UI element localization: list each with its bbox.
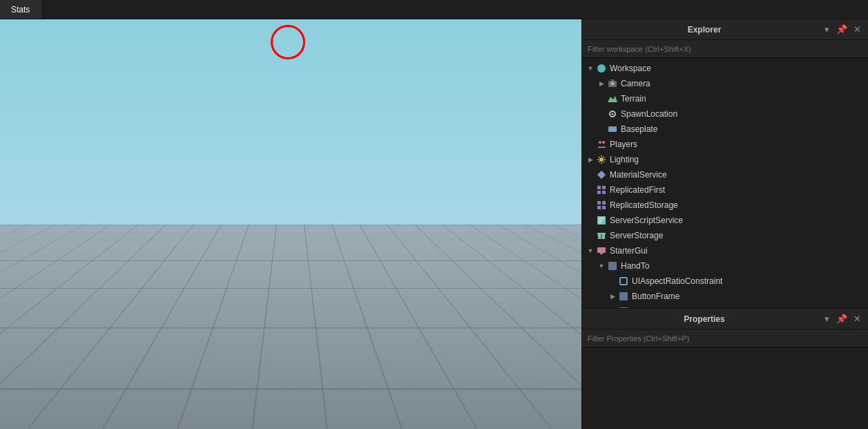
tree-icon-serverstorage — [596, 230, 607, 241]
stats-tab[interactable]: Stats — [0, 0, 41, 19]
tree-icon-players — [596, 139, 607, 150]
explorer-pin-icon[interactable]: 📌 — [836, 24, 847, 35]
svg-rect-26 — [597, 206, 601, 209]
properties-dropdown-icon[interactable]: ▾ — [821, 314, 832, 325]
tree-item-serverscriptservice[interactable]: ServerScriptService — [582, 213, 868, 228]
tree-label-camera: Camera — [621, 79, 650, 88]
svg-rect-36 — [600, 253, 603, 254]
tree-icon-replicatedfirst — [596, 184, 607, 196]
svg-marker-19 — [597, 171, 606, 179]
properties-filter-input[interactable] — [588, 334, 862, 343]
tree-item-players[interactable]: Players — [582, 137, 868, 152]
tree-icon-uiaspect — [618, 276, 629, 287]
explorer-tree[interactable]: WorkspaceCameraTerrainSpawnLocationBasep… — [582, 58, 868, 308]
svg-point-6 — [612, 113, 614, 115]
tree-label-serverscriptservice: ServerScriptService — [610, 216, 683, 225]
properties-close-icon[interactable]: ✕ — [851, 314, 862, 325]
tree-label-workspace: Workspace — [610, 64, 651, 73]
tree-arrow-startergui[interactable] — [585, 245, 596, 256]
svg-point-0 — [597, 64, 606, 73]
explorer-header-icons: ▾ 📌 ✕ — [821, 24, 862, 35]
explorer-close-icon[interactable]: ✕ — [851, 24, 862, 35]
tree-item-lighting[interactable]: Lighting — [582, 152, 868, 167]
main-layout: Explorer ▾ 📌 ✕ WorkspaceCameraTerrainSpa… — [0, 19, 868, 429]
tree-label-baseplate: Baseplate — [621, 124, 657, 134]
svg-rect-23 — [602, 191, 606, 194]
tree-item-workspace[interactable]: Workspace — [582, 61, 868, 76]
tree-item-terrain[interactable]: Terrain — [582, 91, 868, 106]
tree-label-buttonframe: ButtonFrame — [632, 292, 679, 301]
tree-label-spawnlocation: SpawnLocation — [621, 109, 677, 119]
properties-content — [582, 347, 868, 429]
explorer-title: Explorer — [588, 25, 821, 35]
svg-rect-37 — [608, 262, 617, 270]
tree-label-lighting: Lighting — [610, 155, 639, 164]
svg-rect-35 — [597, 247, 606, 253]
tree-label-handto: HandTo — [621, 261, 649, 271]
tree-label-replicatedstorage: ReplicatedStorage — [610, 200, 678, 210]
tree-item-replicatedfirst[interactable]: ReplicatedFirst — [582, 182, 868, 198]
tree-item-baseplate[interactable]: Baseplate — [582, 122, 868, 137]
svg-marker-4 — [608, 96, 617, 102]
svg-point-3 — [611, 82, 615, 86]
svg-rect-2 — [611, 79, 614, 82]
tree-arrow-buttonframe[interactable] — [607, 291, 618, 302]
viewport — [0, 19, 581, 429]
tree-icon-startergui — [596, 245, 607, 256]
svg-point-9 — [602, 141, 605, 144]
properties-title: Properties — [588, 314, 821, 324]
explorer-panel: Explorer ▾ 📌 ✕ WorkspaceCameraTerrainSpa… — [582, 19, 868, 308]
tree-label-materialservice: MaterialService — [610, 170, 667, 180]
tree-arrow-lighting[interactable] — [585, 154, 596, 165]
explorer-dropdown-icon[interactable]: ▾ — [821, 24, 832, 35]
tree-arrow-handto[interactable] — [596, 260, 607, 271]
svg-line-16 — [604, 162, 605, 163]
tree-item-camera[interactable]: Camera — [582, 76, 868, 91]
tree-item-buttonframe[interactable]: ButtonFrame — [582, 289, 868, 304]
tree-item-serverstorage[interactable]: ServerStorage — [582, 228, 868, 243]
tree-icon-camera — [607, 78, 618, 89]
svg-rect-39 — [619, 292, 628, 301]
tree-item-handto[interactable]: HandTo — [582, 258, 868, 274]
tree-label-serverstorage: ServerStorage — [610, 231, 663, 240]
tree-label-uiaspect: UIAspectRatioConstraint — [632, 276, 722, 286]
properties-filter-bar — [582, 330, 868, 347]
tree-icon-handto — [607, 260, 618, 271]
svg-rect-25 — [602, 201, 606, 204]
properties-pin-icon[interactable]: 📌 — [836, 314, 847, 325]
svg-line-17 — [604, 157, 605, 158]
explorer-header: Explorer ▾ 📌 ✕ — [582, 19, 868, 40]
right-panel: Explorer ▾ 📌 ✕ WorkspaceCameraTerrainSpa… — [581, 19, 868, 429]
tree-arrow-workspace[interactable] — [585, 63, 596, 74]
tree-icon-baseplate — [607, 124, 618, 135]
svg-line-15 — [599, 157, 600, 158]
svg-rect-7 — [608, 126, 617, 132]
tree-icon-buttonframe — [618, 291, 629, 302]
svg-rect-22 — [597, 191, 601, 194]
tree-item-materialservice[interactable]: MaterialService — [582, 167, 868, 182]
svg-point-8 — [599, 141, 601, 144]
tree-item-uiaspect[interactable]: UIAspectRatioConstraint — [582, 274, 868, 289]
svg-rect-21 — [602, 186, 606, 189]
tree-label-terrain: Terrain — [621, 94, 646, 104]
tree-icon-workspace — [596, 63, 607, 74]
svg-line-18 — [599, 162, 600, 163]
tree-item-replicatedstorage[interactable]: ReplicatedStorage — [582, 198, 868, 213]
tree-label-replicatedfirst: ReplicatedFirst — [610, 185, 665, 195]
tree-icon-spawnlocation — [607, 108, 618, 120]
tree-icon-materialservice — [596, 169, 607, 180]
tree-item-startergui[interactable]: StarterGui — [582, 243, 868, 258]
explorer-filter-input[interactable] — [588, 45, 862, 53]
viewport-sky — [0, 19, 581, 245]
tree-label-startergui: StarterGui — [610, 246, 648, 256]
tree-arrow-camera[interactable] — [596, 78, 607, 89]
svg-rect-27 — [602, 206, 606, 209]
explorer-filter-bar — [582, 40, 868, 58]
top-bar: Stats — [0, 0, 868, 19]
tree-item-spawnlocation[interactable]: SpawnLocation — [582, 106, 868, 122]
tree-icon-serverscriptservice — [596, 215, 607, 226]
properties-header-icons: ▾ 📌 ✕ — [821, 314, 862, 325]
tree-icon-lighting — [596, 154, 607, 165]
tree-label-players: Players — [610, 140, 637, 149]
properties-header: Properties ▾ 📌 ✕ — [582, 309, 868, 330]
